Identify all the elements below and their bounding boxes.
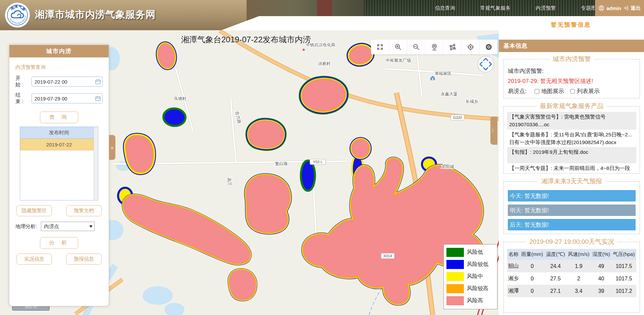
- star-marker-icon: ★: [302, 47, 306, 52]
- gear-icon: [485, 43, 492, 51]
- live-weather-table: 名称雨量(mm)温度(℃)风速(m/s)湿度(%)气压(hpa) 韶山024.4…: [507, 249, 636, 297]
- column-header: 雨量(mm): [520, 249, 545, 260]
- table-cell: 湘潭: [507, 285, 520, 297]
- table-cell: 0: [520, 285, 545, 297]
- map-label: 长城乡: [466, 99, 478, 104]
- rightbar-expand-tab[interactable]: 〉: [490, 117, 497, 145]
- legend-label: 风险中: [467, 273, 483, 280]
- publish-time-header: 发布时间: [20, 127, 98, 139]
- legend-swatch: [446, 260, 464, 269]
- legend-item: 风险低: [446, 246, 494, 258]
- panel-collapse-tab[interactable]: «: [109, 135, 115, 160]
- forecast-bar: 后天: 暂无数据!: [508, 219, 636, 230]
- nav-item-1[interactable]: 常规气象服务: [480, 5, 511, 11]
- username: admin: [606, 5, 621, 11]
- nav-item-2[interactable]: 内涝预警: [536, 5, 556, 11]
- analyze-button[interactable]: 分 析: [40, 237, 78, 249]
- forecast-section: 湘潭未来3天天气预报 今天: 暂无数据!明天: 暂无数据!后天: 暂无数据!: [503, 177, 640, 234]
- chevron-down-icon: [89, 225, 93, 228]
- legend-item: 风险较低: [446, 258, 494, 270]
- zoom-out-icon: [413, 43, 420, 51]
- zoom-in-icon: [394, 43, 402, 51]
- legend-swatch: [446, 284, 464, 293]
- list-display-checkbox[interactable]: [570, 89, 575, 94]
- user-icon: [598, 5, 604, 11]
- warning-doc-button[interactable]: 预警文档: [66, 205, 102, 216]
- polygon-icon: [449, 43, 456, 51]
- legend-swatch: [446, 272, 464, 281]
- query-button[interactable]: 查 询: [40, 111, 78, 123]
- product-item[interactable]: 【气象专题服务】: 受11号台风“白鹿”影响,25日晚~2...日有一次中等强度…: [507, 130, 636, 147]
- table-cell: 0: [520, 260, 545, 272]
- table-row: 湘潭027.13.4391017.2: [507, 285, 636, 297]
- risk-zone: [348, 44, 373, 66]
- end-label: 结 束:: [15, 92, 32, 105]
- table-cell: 27.1: [545, 285, 567, 297]
- map-label: 太阳城: [441, 164, 454, 169]
- table-scrollbar[interactable]: [94, 127, 98, 200]
- table-cell: 49: [591, 260, 611, 272]
- query-section-label: 内涝预警查询: [15, 64, 103, 71]
- panel-title: 城市内涝: [9, 45, 109, 57]
- risk-zone: [246, 175, 290, 232]
- map-label: 洪桥村: [318, 61, 331, 66]
- info-sidebar-title: 基本信息: [499, 40, 644, 52]
- start-label: 开 始:: [15, 75, 32, 88]
- road-badge: X014: [381, 253, 394, 259]
- warning-description: 2019-07-29: 暂无相关预警区描述!: [508, 77, 636, 85]
- road-badge: Y03 L: [310, 159, 326, 165]
- nav-item-0[interactable]: 信息查询: [435, 5, 455, 11]
- table-cell: 39: [591, 285, 611, 297]
- calendar-icon[interactable]: [95, 79, 101, 84]
- nav-item-3[interactable]: 专题图: [581, 5, 596, 11]
- risk-zone: [123, 195, 250, 264]
- zoom-in-button[interactable]: [389, 40, 407, 54]
- legend-label: 风险较低: [467, 261, 488, 268]
- geo-analysis-value: 内涝点: [44, 223, 59, 230]
- map-label: 中裕聚龙广场: [386, 58, 411, 63]
- hide-warning-zone-button[interactable]: 隐藏预警区: [16, 205, 52, 216]
- risk-zone: [352, 139, 369, 158]
- products-section: 最新常规气象服务产品 【气象灾害预警信号】: 雷电黄色预警信号201907033…: [503, 102, 640, 174]
- risk-zone: [302, 79, 345, 111]
- map-display-checkbox[interactable]: [535, 89, 539, 94]
- settings-button[interactable]: [479, 40, 497, 54]
- fullscreen-button[interactable]: [371, 40, 389, 54]
- live-weather-section: 2019-09-27 19:00:00天气实况 名称雨量(mm)温度(℃)风速(…: [503, 237, 640, 313]
- house-icon: [431, 76, 435, 80]
- table-cell: 27.5: [545, 272, 567, 285]
- product-item[interactable]: 【气象灾害预警信号】: 雷电黄色预警信号2019070336....oc: [507, 112, 636, 130]
- list-display-label[interactable]: 列表展示: [577, 87, 600, 95]
- forecast-info-button[interactable]: 预报信息: [66, 254, 102, 265]
- end-date-input[interactable]: [32, 93, 103, 103]
- zoom-out-button[interactable]: [407, 40, 425, 54]
- live-info-button[interactable]: 实况信息: [16, 254, 52, 265]
- svg-text:Y03 L: Y03 L: [313, 160, 323, 164]
- table-cell: 3.4: [567, 285, 591, 297]
- map-display-label[interactable]: 地图展示: [541, 87, 564, 95]
- svg-text:X014: X014: [383, 254, 392, 258]
- draw-polygon-button[interactable]: [443, 40, 461, 54]
- road-badge: G320: [451, 115, 464, 120]
- live-weather-legend: 2019-09-27 19:00:00天气实况: [526, 237, 617, 246]
- risk-zone: [302, 162, 314, 190]
- map-label: 合力路: [234, 110, 242, 124]
- column-header: 温度(℃): [545, 249, 567, 260]
- table-row[interactable]: 2019-07-22: [20, 139, 98, 150]
- map-label: 马塘村: [174, 96, 186, 101]
- table-row: 韶山024.41.9491017.5: [507, 260, 636, 272]
- legend-label: 风险低: [467, 249, 483, 256]
- product-item[interactable]: 【一周天气专题】: 未来一周前晴后雨，4~8日为一段降...集中期 (20190…: [507, 163, 636, 174]
- center-target-button[interactable]: [461, 40, 479, 54]
- logout-link[interactable]: 退出: [631, 5, 641, 11]
- table-cell: 1017.5: [611, 272, 636, 285]
- geo-analysis-select[interactable]: 内涝点: [41, 222, 95, 231]
- legend-label: 风险高: [467, 297, 483, 304]
- table-cell: 0: [520, 272, 545, 285]
- user-box[interactable]: admin 退出: [595, 0, 644, 16]
- calendar-icon[interactable]: [95, 96, 101, 101]
- pan-control[interactable]: [477, 55, 495, 73]
- product-item[interactable]: 【旬报】: 2019年9月上旬旬报.doc: [507, 147, 636, 163]
- locate-button[interactable]: [425, 40, 443, 54]
- start-date-input[interactable]: [32, 77, 103, 87]
